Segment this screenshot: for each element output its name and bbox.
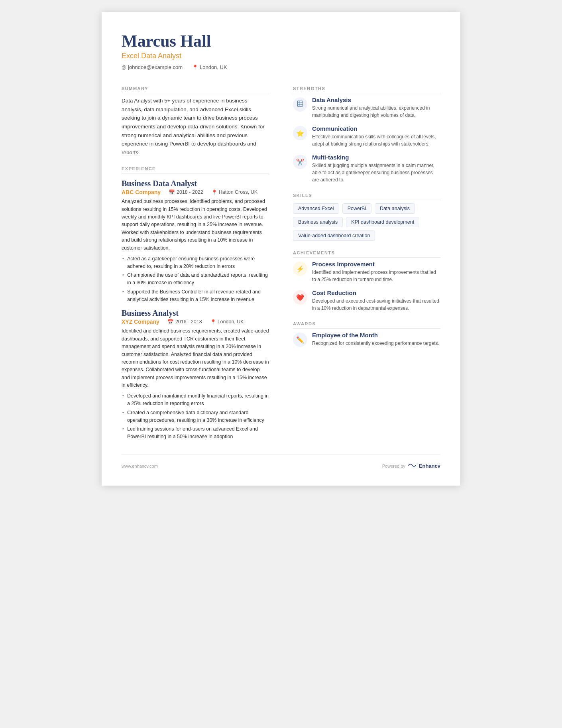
strengths-section: STRENGTHS Data Analysis Strong numeri xyxy=(293,86,440,183)
job-2-location: 📍 London, UK xyxy=(210,319,244,325)
multitasking-icon: ✂️ xyxy=(296,158,304,166)
job-1-bullet-3: Supported the Business Controller in all… xyxy=(122,288,269,303)
strength-2-content: Communication Effective communication sk… xyxy=(312,125,440,148)
experience-label: EXPERIENCE xyxy=(122,166,269,173)
pin-icon-1: 📍 xyxy=(211,189,218,195)
heart-icon: ❤️ xyxy=(296,294,304,301)
job-1-location: 📍 Hatton Cross, UK xyxy=(211,189,257,195)
skills-section: SKILLS Advanced Excel PowerBI Data analy… xyxy=(293,193,440,241)
right-column: STRENGTHS Data Analysis Strong numeri xyxy=(281,78,440,450)
skill-value-dashboard: Value-added dashboard creation xyxy=(293,230,375,241)
job-1: Business Data Analyst ABC Company 📅 2018… xyxy=(122,179,269,303)
enhancv-logo-icon xyxy=(408,462,417,470)
strength-2-desc: Effective communication skills with coll… xyxy=(312,133,440,148)
achievement-1: ⚡ Process Improvement Identified and imp… xyxy=(293,261,440,283)
achievements-label: ACHIEVEMENTS xyxy=(293,250,440,258)
strength-3-content: Multi-tasking Skilled at juggling multip… xyxy=(312,154,440,183)
footer-powered-by: Powered by Enhancv xyxy=(382,462,440,470)
svg-rect-0 xyxy=(297,101,303,106)
achievement-2-icon-wrap: ❤️ xyxy=(293,290,307,305)
skills-label: SKILLS xyxy=(293,193,440,200)
candidate-name: Marcus Hall xyxy=(122,32,440,50)
data-analysis-icon xyxy=(297,100,304,109)
strengths-label: STRENGTHS xyxy=(293,86,440,93)
award-1-content: Employee of the Month Recognized for con… xyxy=(312,332,439,347)
email-contact: @ johndoe@example.com xyxy=(122,64,183,70)
strength-3-icon-wrap: ✂️ xyxy=(293,155,307,169)
skills-grid: Advanced Excel PowerBI Data analysis Bus… xyxy=(293,203,440,241)
strength-1-content: Data Analysis Strong numerical and analy… xyxy=(312,96,440,119)
powered-by-text: Powered by xyxy=(382,464,405,468)
skill-data-analysis: Data analysis xyxy=(375,203,415,214)
resume-footer: www.enhancv.com Powered by Enhancv xyxy=(122,454,440,470)
achievements-section: ACHIEVEMENTS ⚡ Process Improvement Ident… xyxy=(293,250,440,312)
awards-label: AWARDS xyxy=(293,321,440,329)
job-1-meta: ABC Company 📅 2018 - 2022 📍 Hatton Cross… xyxy=(122,189,269,195)
strength-1-icon-wrap xyxy=(293,97,307,112)
job-2-dates: 📅 2016 - 2018 xyxy=(167,319,202,325)
pin-icon-2: 📍 xyxy=(210,319,216,325)
award-1-desc: Recognized for consistently exceeding pe… xyxy=(312,340,439,347)
award-1-title: Employee of the Month xyxy=(312,332,439,338)
job-2-title: Business Analyst xyxy=(122,309,269,318)
job-2-meta: XYZ Company 📅 2016 - 2018 📍 London, UK xyxy=(122,319,269,325)
pencil-icon: ✏️ xyxy=(296,336,304,344)
skill-kpi-dashboard: KPI dashboard development xyxy=(346,217,419,227)
summary-text: Data Analyst with 5+ years of experience… xyxy=(122,96,269,157)
strength-1-title: Data Analysis xyxy=(312,96,440,103)
job-1-dates: 📅 2018 - 2022 xyxy=(169,189,203,195)
location-icon: 📍 xyxy=(192,65,198,70)
job-1-title: Business Data Analyst xyxy=(122,179,269,188)
email-icon: @ xyxy=(122,65,126,70)
achievement-2-content: Cost Reduction Developed and executed co… xyxy=(312,289,440,312)
strength-3: ✂️ Multi-tasking Skilled at juggling mul… xyxy=(293,154,440,183)
summary-label: SUMMARY xyxy=(122,86,269,93)
strength-3-desc: Skilled at juggling multiple assignments… xyxy=(312,162,440,183)
skill-powerbi: PowerBI xyxy=(342,203,371,214)
job-2-description: Identified and defined business requirem… xyxy=(122,327,269,389)
strength-1-desc: Strong numerical and analytical abilitie… xyxy=(312,104,440,119)
award-1: ✏️ Employee of the Month Recognized for … xyxy=(293,332,440,347)
job-2-bullet-3: Led training sessions for end-users on a… xyxy=(122,425,269,441)
job-1-description: Analyzed business processes, identified … xyxy=(122,198,269,252)
achievement-2-desc: Developed and executed cost-saving initi… xyxy=(312,297,440,312)
achievement-2-title: Cost Reduction xyxy=(312,289,440,296)
strength-2: ⭐ Communication Effective communication … xyxy=(293,125,440,148)
job-2-bullet-2: Created a comprehensive data dictionary … xyxy=(122,409,269,424)
award-1-icon-wrap: ✏️ xyxy=(293,333,307,347)
awards-section: AWARDS ✏️ Employee of the Month Recogniz… xyxy=(293,321,440,347)
calendar-icon-1: 📅 xyxy=(169,189,175,195)
contact-row: @ johndoe@example.com 📍 London, UK xyxy=(122,64,440,70)
location-contact: 📍 London, UK xyxy=(192,64,227,70)
skill-advanced-excel: Advanced Excel xyxy=(293,203,339,214)
achievement-1-content: Process Improvement Identified and imple… xyxy=(312,261,440,283)
left-column: SUMMARY Data Analyst with 5+ years of ex… xyxy=(122,78,281,450)
achievement-1-title: Process Improvement xyxy=(312,261,440,268)
summary-section: SUMMARY Data Analyst with 5+ years of ex… xyxy=(122,86,269,157)
footer-url: www.enhancv.com xyxy=(122,464,158,468)
enhancv-brand: Enhancv xyxy=(419,463,440,469)
location-value: London, UK xyxy=(200,64,227,70)
achievement-1-desc: Identified and implemented process impro… xyxy=(312,269,440,283)
achievement-2: ❤️ Cost Reduction Developed and executed… xyxy=(293,289,440,312)
job-1-bullet-1: Acted as a gatekeeper ensuring business … xyxy=(122,255,269,270)
job-2: Business Analyst XYZ Company 📅 2016 - 20… xyxy=(122,309,269,441)
achievement-1-icon-wrap: ⚡ xyxy=(293,262,307,276)
strength-2-icon-wrap: ⭐ xyxy=(293,126,307,140)
candidate-title: Excel Data Analyst xyxy=(122,52,440,60)
job-2-bullet-1: Developed and maintained monthly financi… xyxy=(122,392,269,407)
resume-header: Marcus Hall Excel Data Analyst @ johndoe… xyxy=(122,32,440,78)
strength-1: Data Analysis Strong numerical and analy… xyxy=(293,96,440,119)
job-2-bullets: Developed and maintained monthly financi… xyxy=(122,392,269,441)
job-2-company: XYZ Company xyxy=(122,319,159,325)
experience-section: EXPERIENCE Business Data Analyst ABC Com… xyxy=(122,166,269,441)
resume-container: Marcus Hall Excel Data Analyst @ johndoe… xyxy=(102,12,460,486)
communication-icon: ⭐ xyxy=(296,130,304,137)
calendar-icon-2: 📅 xyxy=(167,319,174,325)
email-value: johndoe@example.com xyxy=(128,64,183,70)
job-1-company: ABC Company xyxy=(122,189,161,195)
job-1-bullets: Acted as a gatekeeper ensuring business … xyxy=(122,255,269,303)
strength-2-title: Communication xyxy=(312,125,440,132)
skill-business-analysis: Business analysis xyxy=(293,217,343,227)
lightning-icon: ⚡ xyxy=(296,265,304,273)
